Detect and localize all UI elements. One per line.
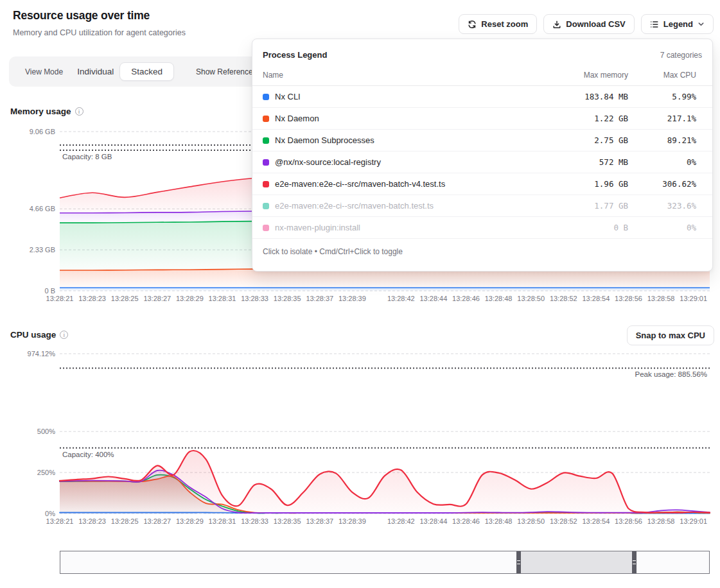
legend-row-max-memory: 1.96 GB (532, 179, 628, 189)
legend-row-name: Nx Daemon (275, 114, 532, 123)
legend-row[interactable]: e2e-maven:e2e-ci--src/maven-batch-v4.tes… (252, 173, 712, 195)
x-axis-tick-label: 13:28:31 (209, 295, 236, 302)
legend-popup-footer: Click to isolate • Cmd/Ctrl+Click to tog… (252, 239, 712, 264)
x-axis-tick-label: 13:28:44 (419, 517, 447, 525)
brush-handle-left[interactable] (516, 551, 521, 573)
brush-handle-right[interactable] (632, 551, 637, 573)
x-axis-tick-label: 13:28:50 (517, 295, 545, 302)
x-axis-tick-label: 13:28:56 (615, 517, 642, 525)
zoom-brush-track[interactable] (60, 551, 710, 574)
column-header-name: Name (263, 71, 532, 80)
zoom-brush-selection[interactable] (516, 551, 637, 573)
x-axis-tick-label: 13:28:58 (647, 295, 675, 302)
legend-row-max-memory: 0 B (532, 223, 628, 232)
brush-handle-grip-icon (633, 560, 636, 564)
y-axis-tick-label: 4.66 GB (30, 205, 55, 212)
x-axis-tick-label: 13:28:56 (615, 295, 642, 302)
cpu-info-icon[interactable]: i (60, 331, 68, 339)
x-axis-tick-label: 13:28:25 (111, 295, 139, 302)
x-axis-tick-label: 13:28:27 (143, 517, 171, 525)
legend-popup-header: Process Legend 7 categories (252, 39, 712, 67)
download-csv-label: Download CSV (566, 19, 625, 29)
reset-zoom-button[interactable]: Reset zoom (459, 14, 537, 34)
y-axis-tick-label: 9.06 GB (30, 128, 55, 135)
refresh-icon (468, 20, 477, 29)
x-axis-tick-label: 13:28:27 (143, 295, 171, 302)
legend-row-max-cpu: 217.1% (628, 114, 702, 123)
x-axis-tick-label: 13:28:37 (306, 517, 333, 525)
snap-to-max-cpu-button[interactable]: Snap to max CPU (627, 325, 714, 345)
legend-category-count: 7 categories (660, 51, 702, 60)
x-axis-tick-label: 13:28:39 (338, 517, 366, 525)
x-axis-tick-label: 13:28:54 (582, 295, 610, 302)
x-axis-tick-label: 13:28:48 (485, 295, 513, 302)
series-color-dot (263, 225, 269, 231)
x-axis-tick-label: 13:28:21 (46, 517, 74, 525)
legend-row-max-cpu: 323.6% (628, 201, 702, 211)
x-axis-tick-label: 13:29:01 (680, 295, 707, 302)
legend-row-max-memory: 572 MB (532, 157, 628, 167)
x-axis-tick-label: 13:28:33 (241, 517, 268, 525)
x-axis-tick-label: 13:28:44 (419, 295, 447, 302)
legend-row-max-cpu: 0% (628, 157, 702, 167)
column-header-max-cpu: Max CPU (628, 71, 702, 80)
legend-row[interactable]: e2e-maven:e2e-ci--src/maven-batch.test.t… (252, 195, 712, 217)
x-axis-tick-label: 13:29:01 (680, 517, 707, 525)
x-axis-tick-label: 13:28:29 (176, 517, 204, 525)
legend-row[interactable]: Nx CLI183.84 MB5.99% (252, 86, 712, 108)
legend-row[interactable]: nx-maven-plugin:install0 B0% (252, 217, 712, 239)
x-axis-tick-label: 13:28:42 (387, 517, 415, 525)
legend-row[interactable]: Nx Daemon Subprocesses2.75 GB89.21% (252, 130, 712, 151)
snap-to-max-cpu-label: Snap to max CPU (636, 331, 705, 340)
legend-rows: Nx CLI183.84 MB5.99%Nx Daemon1.22 GB217.… (252, 86, 712, 239)
x-axis-tick-label: 13:28:50 (517, 517, 545, 525)
column-header-max-memory: Max memory (532, 71, 628, 80)
y-axis-tick-label: 974.12% (28, 350, 56, 358)
legend-row-max-cpu: 306.62% (628, 179, 702, 189)
view-mode-individual[interactable]: Individual (77, 67, 114, 76)
brush-handle-grip-icon (517, 560, 520, 564)
legend-row-name: e2e-maven:e2e-ci--src/maven-batch-v4.tes… (275, 179, 532, 189)
y-axis-tick-label: 0 B (44, 287, 55, 295)
list-icon (650, 20, 659, 29)
legend-row[interactable]: @nx/nx-source:local-registry572 MB0% (252, 151, 712, 173)
x-axis-tick-label: 13:28:39 (338, 295, 366, 302)
download-csv-button[interactable]: Download CSV (543, 14, 634, 34)
legend-row-max-memory: 183.84 MB (532, 92, 628, 101)
x-axis-tick-label: 13:28:52 (550, 295, 577, 302)
x-axis-tick-label: 13:28:29 (176, 295, 204, 302)
header-actions: Reset zoom Download CSV Legend (459, 14, 714, 34)
series-color-dot (263, 116, 269, 122)
cpu-area-e2e-maven-e2e-ci-src-maven-batch-v4-test-ts (60, 451, 710, 514)
x-axis-tick-label: 13:28:25 (111, 517, 139, 525)
series-color-dot (263, 181, 269, 187)
x-axis-tick-label: 13:28:54 (582, 517, 610, 525)
y-axis-tick-label: 2.33 GB (30, 246, 55, 254)
legend-row-name: Nx Daemon Subprocesses (275, 135, 532, 145)
legend-row-max-memory: 2.75 GB (532, 135, 628, 145)
legend-toggle-button[interactable]: Legend (641, 14, 714, 34)
x-axis-tick-label: 13:28:58 (647, 517, 675, 525)
x-axis-tick-label: 13:28:42 (387, 295, 415, 302)
chevron-down-icon (698, 21, 705, 28)
series-color-dot (263, 137, 269, 144)
memory-info-icon[interactable]: i (75, 107, 83, 116)
x-axis-tick-label: 13:28:46 (452, 295, 480, 302)
reset-zoom-label: Reset zoom (481, 19, 528, 29)
legend-column-headers: Name Max memory Max CPU (252, 67, 712, 86)
legend-row-name: nx-maven-plugin:install (275, 223, 532, 232)
legend-row-max-cpu: 89.21% (628, 135, 702, 145)
y-axis-tick-label: 250% (37, 469, 55, 476)
y-axis-tick-label: 0% (45, 510, 55, 517)
reference-line-label: Capacity: 400% (62, 451, 114, 458)
legend-row-name: Nx CLI (275, 92, 532, 101)
legend-row[interactable]: Nx Daemon1.22 GB217.1% (252, 108, 712, 130)
view-mode-stacked[interactable]: Stacked (119, 62, 174, 81)
reference-line-label: Peak usage: 885.56% (635, 370, 707, 378)
x-axis-tick-label: 13:28:33 (241, 295, 268, 302)
series-color-dot (263, 159, 269, 166)
y-axis-tick-label: 500% (37, 428, 55, 435)
cpu-usage-chart[interactable]: 974.12%500%250%0%Peak usage: 885.56%Capa… (0, 349, 720, 532)
memory-section-title: Memory usage i (10, 107, 83, 116)
series-color-dot (263, 203, 269, 209)
